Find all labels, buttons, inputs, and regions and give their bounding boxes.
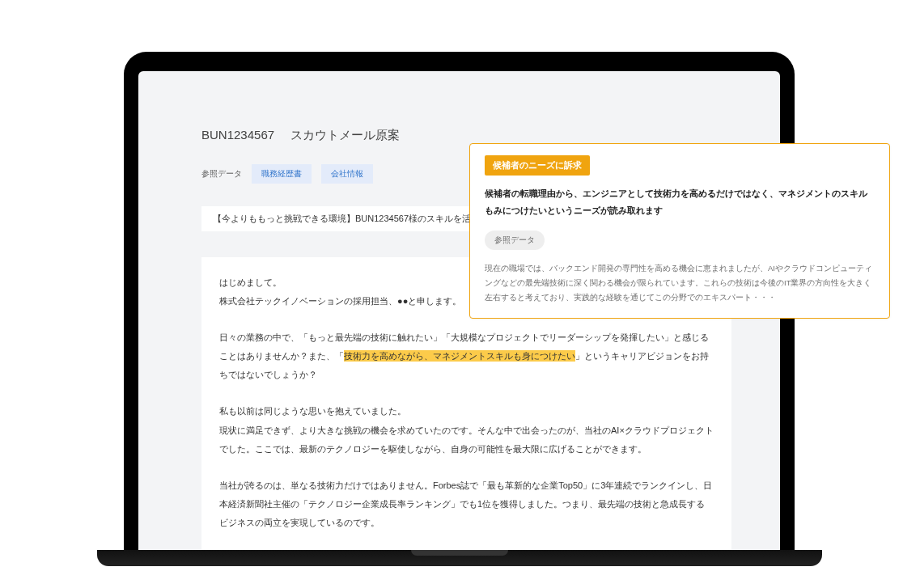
greeting-line-2: 株式会社テックイノベーションの採用担当、●●と申します。 [219,296,461,306]
popup-body: 現在の職場では、バックエンド開発の専門性を高める機会に恵まれましたが、AIやクラ… [485,261,875,305]
email-p3: 私も以前は同じような思いを抱えていました。 現状に満足できず、より大きな挑戦の機… [219,402,714,458]
suggestion-popup: 候補者のニーズに訴求 候補者の転職理由から、エンジニアとして技術力を高めるだけで… [469,143,890,319]
popup-reference-pill[interactable]: 参照データ [485,231,545,250]
doc-title: スカウトメール原案 [290,128,400,143]
tag-company-info[interactable]: 会社情報 [321,164,373,184]
p3-line-1: 私も以前は同じような思いを抱えていました。 [219,406,406,416]
laptop-base [97,550,822,566]
popup-badge: 候補者のニーズに訴求 [485,155,590,176]
greeting-line-1: はじめまして。 [219,277,282,287]
p3-line-2: 現状に満足できず、より大きな挑戦の機会を求めていたのです。そんな中で出会ったのが… [219,425,714,454]
doc-id: BUN1234567 [201,128,274,142]
highlight-text: 技術力を高めながら、マネジメントスキルも身につけたい [344,350,575,362]
popup-heading: 候補者の転職理由から、エンジニアとして技術力を高めるだけではなく、マネジメントの… [485,185,875,219]
email-subject-text: 【今よりももっと挑戦できる環境】BUN1234567様のスキルを活かせ [213,214,489,223]
reference-label: 参照データ [201,168,242,180]
doc-title-row: BUN1234567 スカウトメール原案 [201,128,731,143]
email-p4: 当社が誇るのは、単なる技術力だけではありません。Forbes誌で「最も革新的な企… [219,476,714,532]
email-p2: 日々の業務の中で、「もっと最先端の技術に触れたい」「大規模なプロジェクトでリーダ… [219,328,714,384]
tag-resume[interactable]: 職務経歴書 [252,164,312,184]
